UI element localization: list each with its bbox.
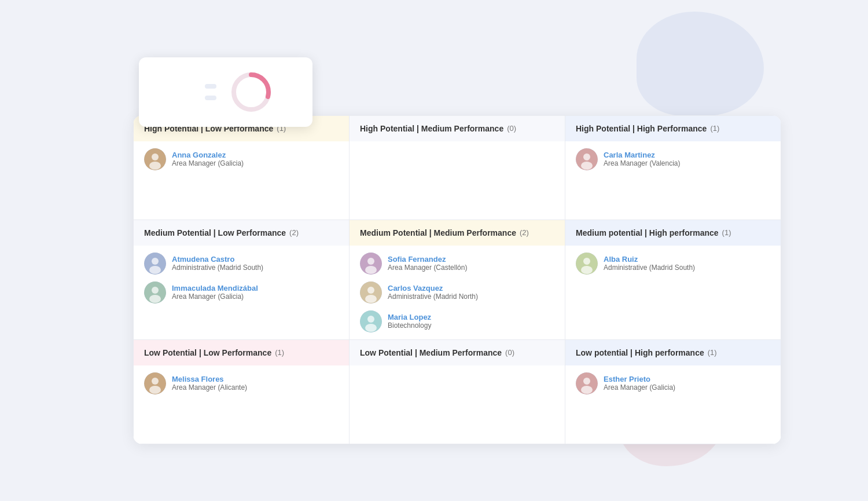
- cell-body-high-pot-med-perf: [350, 141, 565, 155]
- cell-count-low-pot-med-perf: (0): [505, 348, 514, 357]
- avatar: [576, 372, 598, 394]
- person-info: Atmudena CastroAdministrative (Madrid So…: [172, 255, 263, 272]
- person-name[interactable]: Sofia Fernandez: [388, 255, 467, 264]
- person-info: Carlos VazquezAdministrative (Madrid Nor…: [388, 284, 478, 301]
- list-item[interactable]: Carlos VazquezAdministrative (Madrid Nor…: [360, 281, 554, 303]
- person-name[interactable]: Carla Martinez: [604, 151, 681, 159]
- potential-value: [205, 84, 216, 89]
- cell-header-text-high-pot-med-perf: High Potential | Medium Performance: [360, 124, 503, 133]
- person-role: Area Manager (Galicia): [604, 383, 675, 392]
- cell-body-low-pot-low-perf: Melissa FloresArea Manager (Alicante): [134, 365, 349, 401]
- list-item[interactable]: Carla MartinezArea Manager (Valencia): [576, 148, 770, 170]
- cell-header-low-pot-med-perf: Low Potential | Medium Performance (0): [350, 340, 565, 365]
- person-role: Area Manager (Galicia): [172, 159, 244, 167]
- list-item[interactable]: Alba RuizAdministrative (Madrid South): [576, 253, 770, 275]
- svg-point-10: [149, 266, 161, 274]
- list-item[interactable]: Maria LopezBiotechnology: [360, 310, 554, 332]
- list-item[interactable]: Melissa FloresArea Manager (Alicante): [144, 372, 339, 394]
- person-info: Anna GonzalezArea Manager (Galicia): [172, 151, 244, 167]
- list-item[interactable]: Anna GonzalezArea Manager (Galicia): [144, 148, 339, 170]
- person-role: Administrative (Madrid South): [604, 264, 695, 272]
- cell-body-med-pot-high-perf: Alba RuizAdministrative (Madrid South): [565, 246, 781, 281]
- list-item[interactable]: Immaculada MendizábalArea Manager (Galic…: [144, 281, 339, 303]
- person-info: Immaculada MendizábalArea Manager (Galic…: [172, 284, 258, 301]
- cell-low-pot-high-perf: Low potential | High performance (1) Est…: [565, 340, 781, 444]
- avatar: [144, 372, 166, 394]
- cell-count-high-pot-med-perf: (0): [507, 124, 516, 133]
- person-name[interactable]: Immaculada Mendizábal: [172, 284, 258, 292]
- person-role: Biotechnology: [388, 321, 431, 330]
- list-item[interactable]: Sofia FernandezArea Manager (Castellón): [360, 253, 554, 275]
- person-info: Maria LopezBiotechnology: [388, 313, 431, 330]
- person-info: Esther PrietoArea Manager (Galicia): [604, 375, 675, 392]
- avatar: [360, 253, 382, 275]
- person-name[interactable]: Carlos Vazquez: [388, 284, 478, 292]
- person-role: Area Manager (Castellón): [388, 264, 467, 272]
- cell-body-high-pot-high-perf: Carla MartinezArea Manager (Valencia): [565, 141, 781, 177]
- svg-point-16: [365, 266, 377, 274]
- person-role: Administrative (Madrid North): [388, 292, 478, 301]
- cell-body-high-pot-low-perf: Anna GonzalezArea Manager (Galicia): [134, 141, 349, 177]
- svg-point-4: [149, 162, 161, 170]
- avatar: [360, 281, 382, 303]
- cell-header-med-pot-med-perf: Medium Potential | Medium Performance (2…: [350, 220, 565, 246]
- cell-header-text-med-pot-med-perf: Medium Potential | Medium Performance: [360, 228, 516, 237]
- tooltip-performance-row: [153, 96, 216, 100]
- person-name[interactable]: Alba Ruiz: [604, 255, 695, 264]
- svg-point-12: [152, 287, 159, 294]
- cell-header-text-med-pot-low-perf: Medium Potential | Low Performance: [144, 228, 286, 237]
- cell-header-low-pot-high-perf: Low potential | High performance (1): [565, 340, 781, 365]
- avatar: [576, 253, 598, 275]
- cell-count-med-pot-med-perf: (2): [520, 228, 529, 237]
- person-name[interactable]: Atmudena Castro: [172, 255, 263, 264]
- cell-count-med-pot-high-perf: (1): [722, 228, 731, 237]
- cell-header-high-pot-high-perf: High Potential | High Performance (1): [565, 116, 781, 141]
- performance-grid: High Potential | Low Performance (1) Ann…: [133, 115, 781, 444]
- avatar: [144, 281, 166, 303]
- cell-count-med-pot-low-perf: (2): [289, 228, 299, 237]
- person-info: Carla MartinezArea Manager (Valencia): [604, 151, 681, 167]
- cell-header-text-med-pot-high-perf: Medium potential | High performance: [576, 228, 719, 237]
- svg-point-3: [152, 153, 159, 160]
- person-info: Sofia FernandezArea Manager (Castellón): [388, 255, 467, 272]
- cell-count-high-pot-high-perf: (1): [710, 124, 719, 133]
- donut-svg: [228, 69, 274, 115]
- cell-header-text-high-pot-high-perf: High Potential | High Performance: [576, 124, 707, 133]
- cell-header-med-pot-high-perf: Medium potential | High performance (1): [565, 220, 781, 246]
- svg-point-7: [581, 162, 593, 170]
- grid-container: High Potential | Low Performance (1) Ann…: [133, 115, 781, 444]
- person-name[interactable]: Anna Gonzalez: [172, 151, 244, 159]
- list-item[interactable]: Atmudena CastroAdministrative (Madrid So…: [144, 253, 339, 275]
- svg-point-24: [583, 258, 590, 265]
- svg-point-15: [367, 258, 374, 265]
- donut-chart: [228, 69, 274, 115]
- list-item[interactable]: Esther PrietoArea Manager (Galicia): [576, 372, 770, 394]
- cell-count-low-pot-low-perf: (1): [275, 348, 284, 357]
- cell-high-pot-low-perf: High Potential | Low Performance (1) Ann…: [134, 116, 350, 220]
- performance-value: [205, 96, 216, 100]
- person-name[interactable]: Maria Lopez: [388, 313, 431, 321]
- person-role: Area Manager (Valencia): [604, 159, 681, 167]
- cell-header-high-pot-med-perf: High Potential | Medium Performance (0): [350, 116, 565, 141]
- cell-header-med-pot-low-perf: Medium Potential | Low Performance (2): [134, 220, 349, 246]
- svg-point-18: [367, 287, 374, 294]
- cell-header-text-low-pot-low-perf: Low Potential | Low Performance: [144, 348, 271, 357]
- cell-med-pot-low-perf: Medium Potential | Low Performance (2) A…: [134, 220, 350, 340]
- cell-header-text-low-pot-high-perf: Low potential | High performance: [576, 348, 704, 357]
- cell-high-pot-high-perf: High Potential | High Performance (1) Ca…: [565, 116, 781, 220]
- svg-point-22: [365, 324, 377, 332]
- cell-low-pot-med-perf: Low Potential | Medium Performance (0): [350, 340, 565, 444]
- cell-body-low-pot-high-perf: Esther PrietoArea Manager (Galicia): [565, 365, 781, 401]
- svg-point-6: [583, 153, 590, 160]
- tooltip-potential-row: [153, 84, 216, 89]
- cell-med-pot-high-perf: Medium potential | High performance (1) …: [565, 220, 781, 340]
- avatar: [144, 148, 166, 170]
- person-info: Melissa FloresArea Manager (Alicante): [172, 375, 247, 392]
- person-name[interactable]: Melissa Flores: [172, 375, 247, 383]
- svg-point-25: [581, 266, 593, 274]
- avatar: [360, 310, 382, 332]
- person-name[interactable]: Esther Prieto: [604, 375, 675, 383]
- person-role: Area Manager (Galicia): [172, 292, 258, 301]
- svg-point-9: [152, 258, 159, 265]
- avatar: [144, 253, 166, 275]
